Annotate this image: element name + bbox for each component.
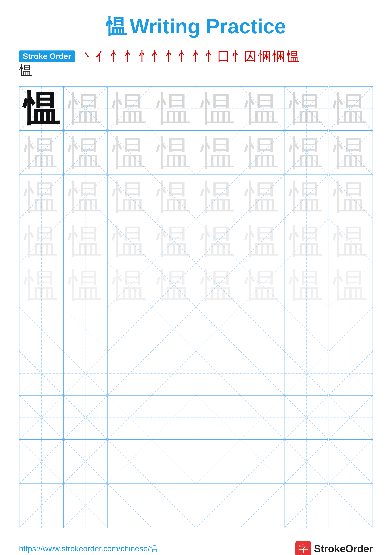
grid-cell-r6c5[interactable] — [196, 307, 240, 351]
svg-line-146 — [64, 484, 107, 528]
grid-cell-r1c5[interactable]: 愠 — [196, 86, 240, 131]
guide-char: 愠 — [245, 224, 279, 258]
grid-cell-r4c6[interactable]: 愠 — [240, 219, 284, 263]
grid-cell-r6c8[interactable] — [328, 307, 373, 351]
footer-url-link[interactable]: https://www.strokeorder.com/chinese/愠 — [19, 543, 158, 554]
grid-cell-r6c3[interactable] — [108, 307, 152, 351]
guide-char: 愠 — [68, 91, 103, 126]
grid-cell-r6c1[interactable] — [19, 307, 64, 351]
grid-cell-r6c2[interactable] — [64, 307, 107, 351]
grid-cell-r9c7[interactable] — [284, 439, 328, 484]
grid-cell-r2c4[interactable]: 愠 — [152, 131, 196, 175]
grid-cell-r2c3[interactable]: 愠 — [108, 131, 152, 175]
grid-cell-r8c6[interactable] — [240, 395, 284, 439]
grid-cell-r3c1[interactable]: 愠 — [19, 175, 64, 219]
grid-cell-r5c8[interactable]: 愠 — [328, 263, 373, 307]
grid-cell-r3c4[interactable]: 愠 — [152, 175, 196, 219]
grid-cell-r5c2[interactable]: 愠 — [64, 263, 107, 307]
grid-cell-r5c6[interactable]: 愠 — [240, 263, 284, 307]
grid-cell-r4c4[interactable]: 愠 — [152, 219, 196, 263]
grid-cell-r10c4[interactable] — [152, 484, 196, 528]
grid-cell-r9c4[interactable] — [152, 439, 196, 484]
grid-cell-r4c1[interactable]: 愠 — [19, 219, 64, 263]
grid-cell-r1c1[interactable]: 愠 — [19, 86, 64, 131]
grid-cell-r1c2[interactable]: 愠 — [64, 86, 107, 131]
grid-cell-r9c2[interactable] — [64, 439, 107, 484]
grid-cell-r8c4[interactable] — [152, 395, 196, 439]
grid-cell-r4c7[interactable]: 愠 — [284, 219, 328, 263]
grid-cell-r4c3[interactable]: 愠 — [108, 219, 152, 263]
grid-cell-r8c5[interactable] — [196, 395, 240, 439]
grid-cell-r5c5[interactable]: 愠 — [196, 263, 240, 307]
grid-cell-r3c8[interactable]: 愠 — [328, 175, 373, 219]
grid-cell-r10c7[interactable] — [284, 484, 328, 528]
page-title: 愠Writing Practice — [106, 15, 286, 38]
grid-cell-r2c2[interactable]: 愠 — [64, 131, 107, 175]
grid-cell-r7c1[interactable] — [19, 351, 64, 395]
guide-char: 愠 — [68, 135, 103, 170]
grid-cell-r10c3[interactable] — [108, 484, 152, 528]
grid-cell-r1c3[interactable]: 愠 — [108, 86, 152, 131]
grid-cell-r3c6[interactable]: 愠 — [240, 175, 284, 219]
guide-char: 愠 — [245, 268, 279, 302]
grid-cell-r3c7[interactable]: 愠 — [284, 175, 328, 219]
grid-cell-r5c3[interactable]: 愠 — [108, 263, 152, 307]
grid-cell-r6c7[interactable] — [284, 307, 328, 351]
guide-char: 愠 — [157, 180, 191, 214]
guide-char: 愠 — [24, 180, 59, 214]
grid-cell-r7c3[interactable] — [108, 351, 152, 395]
grid-cell-r5c1[interactable]: 愠 — [19, 263, 64, 307]
guide-char: 愠 — [112, 91, 147, 126]
guide-char: 愠 — [68, 268, 103, 302]
grid-cell-r1c6[interactable]: 愠 — [240, 86, 284, 131]
guide-char: 愠 — [289, 224, 324, 258]
stroke-final: 愠 — [20, 64, 32, 77]
grid-cell-r4c5[interactable]: 愠 — [196, 219, 240, 263]
grid-cell-r1c8[interactable]: 愠 — [328, 86, 373, 131]
grid-cell-r8c7[interactable] — [284, 395, 328, 439]
grid-cell-r8c3[interactable] — [108, 395, 152, 439]
grid-cell-r9c5[interactable] — [196, 439, 240, 484]
grid-cell-r6c6[interactable] — [240, 307, 284, 351]
svg-line-96 — [20, 351, 63, 395]
grid-cell-r7c2[interactable] — [64, 351, 107, 395]
svg-line-131 — [64, 440, 107, 483]
grid-cell-r9c8[interactable] — [328, 439, 373, 484]
grid-cell-r7c4[interactable] — [152, 351, 196, 395]
grid-cell-r10c2[interactable] — [64, 484, 107, 528]
grid-cell-r8c2[interactable] — [64, 395, 107, 439]
grid-cell-r10c1[interactable] — [19, 484, 64, 528]
grid-cell-r7c8[interactable] — [328, 351, 373, 395]
svg-line-128 — [20, 440, 63, 483]
stroke-2: 亻 — [95, 50, 108, 63]
grid-cell-r3c3[interactable]: 愠 — [108, 175, 152, 219]
grid-cell-r8c8[interactable] — [328, 395, 373, 439]
grid-cell-r5c7[interactable]: 愠 — [284, 263, 328, 307]
grid-cell-r7c7[interactable] — [284, 351, 328, 395]
grid-cell-r9c6[interactable] — [240, 439, 284, 484]
svg-line-136 — [196, 440, 240, 483]
grid-cell-r2c7[interactable]: 愠 — [284, 131, 328, 175]
grid-cell-r6c4[interactable] — [152, 307, 196, 351]
grid-cell-r3c2[interactable]: 愠 — [64, 175, 107, 219]
grid-cell-r10c8[interactable] — [328, 484, 373, 528]
grid-cell-r3c5[interactable]: 愠 — [196, 175, 240, 219]
grid-cell-r2c1[interactable]: 愠 — [19, 131, 64, 175]
grid-cell-r2c6[interactable]: 愠 — [240, 131, 284, 175]
grid-cell-r7c6[interactable] — [240, 351, 284, 395]
guide-char: 愠 — [333, 180, 368, 214]
grid-cell-r5c4[interactable]: 愠 — [152, 263, 196, 307]
grid-cell-r2c8[interactable]: 愠 — [328, 131, 373, 175]
grid-cell-r4c2[interactable]: 愠 — [64, 219, 107, 263]
grid-cell-r7c5[interactable] — [196, 351, 240, 395]
grid-cell-r10c5[interactable] — [196, 484, 240, 528]
grid-cell-r9c3[interactable] — [108, 439, 152, 484]
grid-cell-r10c6[interactable] — [240, 484, 284, 528]
grid-cell-r4c8[interactable]: 愠 — [328, 219, 373, 263]
grid-cell-r1c4[interactable]: 愠 — [152, 86, 196, 131]
grid-cell-r2c5[interactable]: 愠 — [196, 131, 240, 175]
grid-cell-r9c1[interactable] — [19, 439, 64, 484]
grid-cell-r8c1[interactable] — [19, 395, 64, 439]
stroke-5: 忄忄 — [138, 50, 164, 63]
grid-cell-r1c7[interactable]: 愠 — [284, 86, 328, 131]
